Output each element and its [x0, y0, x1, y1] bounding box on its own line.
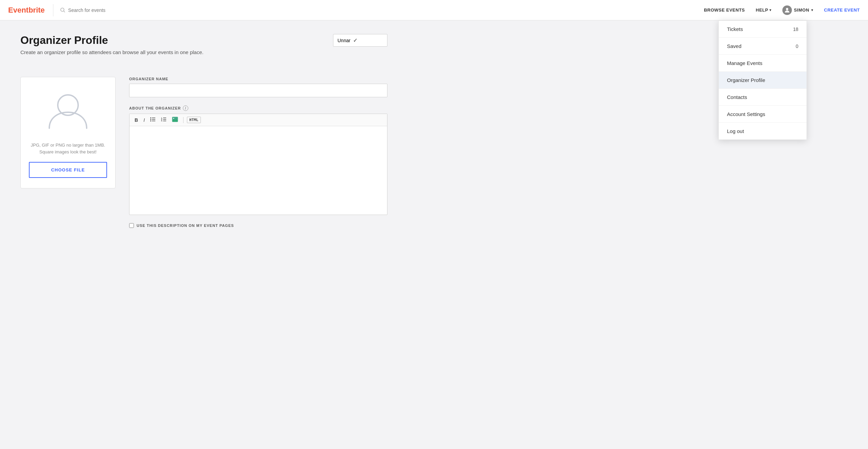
italic-button[interactable]: I — [142, 117, 146, 123]
ol-icon: 1. 2. 3. — [161, 117, 167, 122]
help-link[interactable]: HELP ▾ — [756, 7, 771, 13]
dropdown-item-log-out[interactable]: Log out — [719, 123, 806, 139]
avatar-hint: JPG, GIF or PNG no larger than 1MB. Squa… — [29, 142, 107, 155]
avatar-placeholder — [44, 87, 92, 135]
svg-point-4 — [150, 117, 151, 118]
svg-line-1 — [64, 11, 65, 12]
svg-point-6 — [150, 119, 151, 120]
user-name: SIMON — [794, 7, 809, 13]
checkmark-icon: ✓ — [353, 37, 358, 44]
avatar-upload-panel: JPG, GIF or PNG no larger than 1MB. Squa… — [20, 77, 116, 188]
header-nav: BROWSE EVENTS HELP ▾ SIMON ▾ CREATE EVEN… — [704, 5, 860, 15]
logo[interactable]: Eventbrite — [8, 6, 45, 15]
profile-form: JPG, GIF or PNG no larger than 1MB. Squa… — [20, 77, 387, 228]
image-button[interactable] — [170, 116, 180, 124]
svg-point-17 — [173, 118, 174, 119]
image-icon — [172, 117, 178, 122]
organizer-name-input[interactable] — [129, 84, 387, 97]
ul-icon — [150, 117, 156, 122]
avatar — [782, 5, 792, 15]
unordered-list-button[interactable] — [149, 116, 157, 123]
editor-toolbar: B I — [129, 114, 387, 126]
user-menu[interactable]: SIMON ▾ — [782, 5, 813, 15]
html-button[interactable]: HTML — [187, 117, 201, 123]
bold-button[interactable]: B — [133, 117, 140, 123]
search-bar[interactable] — [60, 7, 196, 13]
use-description-label[interactable]: USE THIS DESCRIPTION ON MY EVENT PAGES — [137, 223, 234, 228]
dropdown-item-organizer-profile[interactable]: Organizer Profile — [719, 72, 806, 89]
form-fields: ORGANIZER NAME ABOUT THE ORGANIZER i B I — [129, 77, 387, 228]
search-icon — [60, 7, 66, 13]
create-event-link[interactable]: CREATE EVENT — [824, 7, 860, 13]
ordered-list-button[interactable]: 1. 2. 3. — [159, 116, 168, 123]
organizer-name-group: ORGANIZER NAME — [129, 77, 387, 97]
svg-text:3.: 3. — [161, 120, 163, 122]
browse-events-link[interactable]: BROWSE EVENTS — [704, 7, 745, 13]
unnamed-select[interactable]: Unnar ✓ — [333, 34, 387, 47]
page-subtitle: Create an organizer profile so attendees… — [20, 49, 204, 55]
header: Eventbrite BROWSE EVENTS HELP ▾ SIMON ▾ … — [0, 0, 868, 20]
rich-text-editor: B I — [129, 114, 387, 215]
header-divider — [53, 4, 53, 16]
user-dropdown-menu: Tickets18Saved0Manage EventsOrganizer Pr… — [718, 20, 807, 140]
unnamed-field-value: Unnar — [337, 38, 350, 43]
about-info-icon: i — [183, 105, 188, 111]
dropdown-item-saved[interactable]: Saved0 — [719, 38, 806, 55]
help-chevron-icon: ▾ — [769, 8, 771, 12]
about-organizer-label: ABOUT THE ORGANIZER i — [129, 105, 387, 111]
choose-file-button[interactable]: CHOOSE FILE — [29, 162, 107, 178]
description-checkbox-row: USE THIS DESCRIPTION ON MY EVENT PAGES — [129, 223, 387, 228]
main-content: Organizer Profile Create an organizer pr… — [0, 20, 408, 242]
user-chevron-icon: ▾ — [811, 8, 813, 12]
dropdown-item-manage-events[interactable]: Manage Events — [719, 55, 806, 72]
search-input[interactable] — [68, 7, 196, 13]
use-description-checkbox[interactable] — [129, 223, 134, 228]
svg-point-2 — [786, 8, 788, 10]
dropdown-item-tickets[interactable]: Tickets18 — [719, 21, 806, 38]
dropdown-item-contacts[interactable]: Contacts — [719, 89, 806, 106]
about-organizer-group: ABOUT THE ORGANIZER i B I — [129, 105, 387, 215]
svg-point-8 — [150, 120, 151, 121]
toolbar-separator — [183, 117, 184, 123]
svg-point-0 — [60, 8, 64, 11]
page-title: Organizer Profile — [20, 34, 204, 47]
editor-body[interactable] — [129, 126, 387, 215]
organizer-name-label: ORGANIZER NAME — [129, 77, 387, 81]
dropdown-item-account-settings[interactable]: Account Settings — [719, 106, 806, 123]
